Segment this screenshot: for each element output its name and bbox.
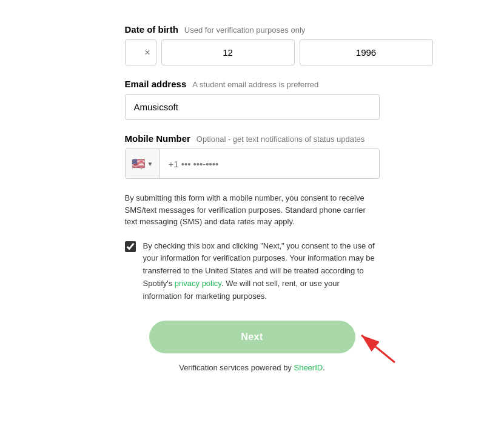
mobile-section: Mobile Number Optional - get text notifi… [125, 133, 380, 179]
chevron-down-icon: ▼ [147, 161, 153, 167]
consent-text: By checking this box and clicking "Next,… [143, 240, 380, 303]
footer-period: . [323, 363, 325, 372]
dob-hint: Used for verification purposes only [184, 25, 305, 35]
phone-wrapper: 🇺🇸 ▼ [125, 148, 380, 179]
email-label: Email address [125, 79, 187, 89]
mobile-label: Mobile Number [125, 133, 190, 144]
privacy-policy-link[interactable]: privacy policy [175, 279, 221, 288]
sms-consent-text: By submitting this form with a mobile nu… [125, 192, 380, 228]
mobile-hint: Optional - get text notifications of sta… [197, 135, 365, 144]
email-input[interactable] [125, 94, 380, 120]
email-section: Email address A student email address is… [125, 79, 380, 120]
dob-month-wrapper: × [125, 39, 156, 65]
consent-checkbox[interactable] [125, 241, 136, 252]
mobile-label-row: Mobile Number Optional - get text notifi… [125, 133, 380, 144]
dob-month-input[interactable] [125, 39, 156, 65]
dob-label-row: Date of birth Used for verification purp… [125, 24, 380, 35]
phone-input[interactable] [160, 152, 378, 176]
dob-year-input[interactable] [300, 39, 433, 65]
dob-inputs-row: × [125, 39, 380, 65]
svg-line-1 [361, 335, 395, 362]
dob-section: Date of birth Used for verification purp… [125, 24, 380, 65]
dob-day-input[interactable] [161, 39, 295, 65]
checkbox-consent-row: By checking this box and clicking "Next,… [125, 240, 380, 303]
email-hint: A student email address is preferred [192, 80, 318, 89]
dob-clear-button[interactable]: × [144, 48, 150, 58]
next-button-wrapper: Next [125, 321, 380, 353]
arrow-annotation [343, 317, 398, 365]
sheerid-link[interactable]: SheerID [294, 363, 323, 372]
country-selector[interactable]: 🇺🇸 ▼ [126, 149, 160, 178]
flag-icon: 🇺🇸 [132, 157, 145, 170]
verification-footer: Verification services powered by SheerID… [125, 363, 380, 372]
email-label-row: Email address A student email address is… [125, 79, 380, 89]
dob-label: Date of birth [125, 24, 178, 35]
footer-text: Verification services powered by [179, 363, 294, 372]
next-button[interactable]: Next [149, 321, 355, 353]
form-container: Date of birth Used for verification purp… [107, 12, 398, 384]
